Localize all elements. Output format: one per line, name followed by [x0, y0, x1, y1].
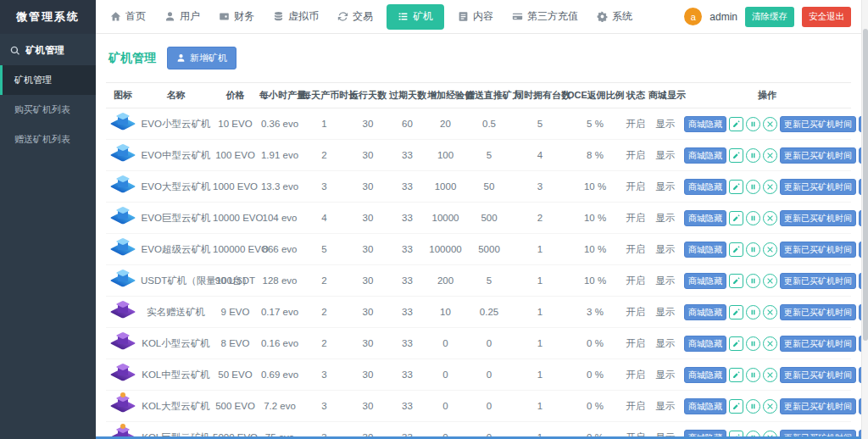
top-bar-right: a admin 清除缓存 安全退出	[684, 7, 861, 27]
cell-run-days: 30	[348, 140, 388, 171]
edit-button[interactable]	[729, 336, 743, 351]
table-row: EVO大型云矿机 1000 EVO 13.3 evo 3 30 33 1000 …	[106, 171, 851, 203]
pause-icon	[749, 340, 757, 347]
add-miner-button[interactable]: 新增矿机	[167, 47, 236, 69]
update-bought-time-button[interactable]: 更新已买矿机时间	[780, 367, 856, 383]
pause-button[interactable]	[746, 242, 760, 257]
mall-hide-button[interactable]: 商城隐藏	[684, 367, 726, 383]
cell-name: KOL大型云矿机	[140, 391, 212, 422]
avatar[interactable]: a	[684, 8, 702, 25]
cell-hourly-output: 13.3 evo	[259, 171, 301, 203]
nav-item[interactable]: 虚拟币	[264, 0, 328, 34]
cell-daily-hours: 2	[301, 140, 348, 171]
delete-button[interactable]	[763, 274, 777, 288]
clear-cache-button[interactable]: 清除缓存	[745, 7, 794, 27]
nav-item[interactable]: 财务	[209, 0, 264, 34]
edit-button[interactable]	[729, 242, 743, 257]
home-icon	[110, 11, 121, 22]
update-bought-time-button[interactable]: 更新已买矿机时间	[780, 242, 856, 258]
edit-button[interactable]	[729, 368, 743, 382]
update-bought-time-button[interactable]: 更新已买矿机时间	[780, 210, 856, 226]
table-header: 图标名称价格每小时产量每天产币时长运行天数过期天数增加经验值赠送直推矿力同时拥有…	[106, 83, 851, 108]
delete-button[interactable]	[763, 242, 777, 257]
nav-item[interactable]: 用户	[155, 0, 209, 34]
column-header: 过期天数	[388, 83, 426, 108]
nav-label: 首页	[125, 9, 146, 24]
edit-button[interactable]	[729, 117, 743, 131]
cell-exp-value: 100000	[426, 234, 465, 265]
close-icon	[766, 183, 774, 191]
nav-item[interactable]: 第三方充值	[503, 0, 587, 34]
nav-item[interactable]: 系统	[587, 0, 642, 34]
update-bought-time-button[interactable]: 更新已买矿机时间	[780, 147, 856, 164]
cell-mall-display: 显示	[648, 328, 683, 359]
cell-price: 1000 EVO	[212, 171, 259, 203]
pause-button[interactable]	[746, 368, 760, 382]
sidebar-item[interactable]: 赠送矿机列表	[0, 125, 96, 154]
miner-icon	[110, 207, 136, 229]
pause-button[interactable]	[746, 399, 760, 414]
miner-icon	[110, 395, 136, 417]
cell-oce-ratio: 8 %	[566, 140, 624, 171]
mall-hide-button[interactable]: 商城隐藏	[684, 116, 726, 132]
update-bought-time-button[interactable]: 更新已买矿机时间	[780, 398, 856, 414]
mall-hide-button[interactable]: 商城隐藏	[684, 210, 726, 226]
delete-button[interactable]	[763, 336, 777, 351]
mall-hide-button[interactable]: 商城隐藏	[684, 179, 726, 195]
column-header: 操作	[683, 83, 851, 108]
edit-button[interactable]	[729, 148, 743, 163]
mall-hide-button[interactable]: 商城隐藏	[684, 398, 726, 414]
page-title: 矿机管理	[108, 51, 156, 66]
sidebar-item[interactable]: 购买矿机列表	[0, 95, 96, 125]
cell-hourly-output: 7.2 evo	[259, 391, 301, 422]
cell-gift-power: 0	[465, 359, 514, 391]
pause-button[interactable]	[746, 180, 760, 194]
mall-hide-button[interactable]: 商城隐藏	[684, 336, 726, 352]
sidebar-item[interactable]: 矿机管理	[0, 65, 96, 95]
scrollbar-thumb[interactable]	[863, 29, 868, 341]
pause-button[interactable]	[746, 148, 760, 163]
close-icon	[766, 371, 774, 379]
nav-item[interactable]: 交易	[328, 0, 382, 34]
delete-button[interactable]	[763, 305, 777, 320]
cell-price: 8 EVO	[212, 328, 259, 359]
update-bought-time-button[interactable]: 更新已买矿机时间	[780, 336, 856, 352]
delete-button[interactable]	[763, 399, 777, 414]
nav-item[interactable]: 内容	[448, 0, 503, 34]
update-bought-time-button[interactable]: 更新已买矿机时间	[780, 179, 856, 195]
cell-gift-power: 0.5	[465, 108, 514, 140]
pause-button[interactable]	[746, 305, 760, 320]
delete-button[interactable]	[763, 180, 777, 194]
miner-icon	[110, 301, 136, 323]
delete-button[interactable]	[763, 148, 777, 163]
edit-button[interactable]	[729, 399, 743, 414]
update-bought-time-button[interactable]: 更新已买矿机时间	[780, 273, 856, 289]
edit-button[interactable]	[729, 305, 743, 320]
mall-hide-button[interactable]: 商城隐藏	[684, 147, 726, 164]
edit-button[interactable]	[729, 180, 743, 194]
pause-button[interactable]	[746, 274, 760, 288]
nav-item[interactable]: 矿机	[387, 4, 444, 30]
vertical-scrollbar[interactable]	[861, 0, 868, 439]
edit-button[interactable]	[729, 274, 743, 288]
pause-icon	[749, 277, 757, 285]
logout-button[interactable]: 安全退出	[802, 7, 851, 27]
delete-button[interactable]	[763, 211, 777, 225]
mall-hide-button[interactable]: 商城隐藏	[684, 273, 726, 289]
cell-run-days: 30	[348, 265, 388, 297]
admin-username[interactable]: admin	[709, 11, 737, 23]
edit-button[interactable]	[729, 211, 743, 225]
pause-button[interactable]	[746, 336, 760, 351]
mall-hide-button[interactable]: 商城隐藏	[684, 242, 726, 258]
update-bought-time-button[interactable]: 更新已买矿机时间	[780, 116, 856, 132]
cell-price: 10 EVO	[212, 108, 259, 140]
pause-icon	[749, 152, 757, 159]
pause-button[interactable]	[746, 211, 760, 225]
mall-hide-button[interactable]: 商城隐藏	[684, 304, 726, 320]
delete-button[interactable]	[763, 368, 777, 382]
nav-item[interactable]: 首页	[101, 0, 155, 34]
pause-button[interactable]	[746, 117, 760, 131]
column-header: 每天产币时长	[301, 83, 348, 108]
delete-button[interactable]	[763, 117, 777, 131]
update-bought-time-button[interactable]: 更新已买矿机时间	[780, 304, 856, 320]
